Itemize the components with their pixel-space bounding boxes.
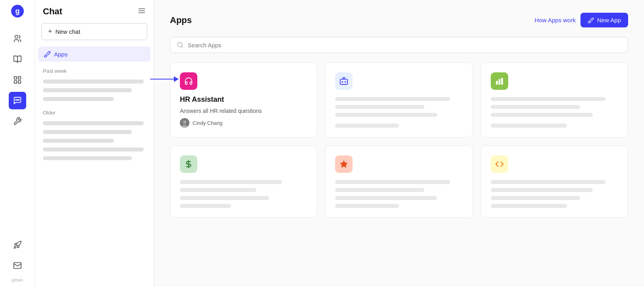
app-card-5[interactable] — [325, 145, 472, 218]
skeleton-item — [43, 156, 132, 160]
skeleton-line — [335, 97, 450, 101]
skeleton-item — [43, 147, 144, 151]
skeleton-line — [491, 204, 567, 208]
svg-point-8 — [15, 99, 16, 100]
skeleton-line — [491, 113, 593, 117]
skeleton-line — [180, 188, 256, 192]
svg-rect-4 — [18, 77, 20, 79]
svg-rect-6 — [18, 81, 20, 83]
svg-rect-18 — [340, 79, 347, 84]
svg-rect-22 — [499, 79, 500, 84]
apps-grid: HR Assistant Answers all HR related ques… — [170, 62, 628, 218]
skeleton-line — [335, 196, 437, 200]
hr-assistant-icon — [180, 72, 197, 90]
hr-assistant-description: Answers all HR related questions — [180, 108, 307, 114]
hamburger-button[interactable] — [138, 7, 146, 16]
skeleton-item — [43, 88, 132, 92]
skeleton-line — [180, 204, 231, 208]
skeleton-line — [335, 124, 399, 128]
icon-rail-bottom: glean — [9, 236, 26, 282]
card3-icon — [491, 72, 508, 90]
arrow-indicator — [150, 76, 179, 82]
card2-icon — [335, 72, 353, 90]
sidebar-title: Chat — [43, 6, 62, 17]
brand-label: glean — [12, 277, 23, 282]
card5-icon — [335, 155, 353, 173]
app-card-3[interactable] — [481, 62, 628, 138]
logo-icon[interactable]: g — [11, 5, 24, 20]
skeleton-line — [180, 180, 282, 184]
app-card-hr-assistant[interactable]: HR Assistant Answers all HR related ques… — [170, 62, 317, 138]
new-chat-button[interactable]: + New chat — [41, 23, 147, 40]
wrench-icon[interactable] — [9, 112, 26, 130]
past-week-label: Past week — [35, 62, 154, 77]
icon-rail: g — [0, 0, 35, 287]
skeleton-line — [335, 105, 424, 109]
search-input[interactable] — [188, 42, 621, 48]
rocket-icon[interactable] — [9, 236, 26, 254]
skeleton-item — [43, 97, 114, 101]
skeleton-line — [491, 124, 567, 128]
people-icon[interactable] — [9, 30, 26, 47]
new-app-label: New App — [597, 17, 621, 23]
author-name: Cindy Chang — [193, 120, 222, 126]
card4-icon — [180, 155, 197, 173]
apps-grid-icon[interactable] — [9, 71, 26, 89]
skeleton-line — [491, 196, 580, 200]
skeleton-line — [491, 97, 605, 101]
svg-rect-5 — [14, 81, 16, 83]
svg-rect-3 — [14, 77, 16, 79]
plus-icon: + — [48, 27, 52, 36]
skeleton-line — [491, 180, 605, 184]
skeleton-line — [491, 188, 593, 192]
skeleton-line — [491, 105, 580, 109]
skeleton-line — [335, 204, 399, 208]
app-card-6[interactable] — [481, 145, 628, 218]
author-avatar — [180, 118, 189, 128]
hr-assistant-name: HR Assistant — [180, 95, 307, 104]
svg-point-16 — [183, 120, 186, 124]
header-actions: How Apps work New App — [535, 13, 628, 27]
svg-rect-10 — [13, 263, 21, 269]
skeleton-item — [43, 80, 144, 83]
skeleton-line — [335, 188, 424, 192]
sidebar: Chat + New chat Apps Past week Older — [35, 0, 154, 287]
mail-icon[interactable] — [9, 257, 26, 274]
how-apps-work-link[interactable]: How Apps work — [535, 17, 576, 23]
skeleton-line — [335, 113, 437, 117]
svg-point-9 — [18, 99, 19, 100]
arrow-head — [174, 76, 179, 82]
main-content: Apps How Apps work New App — [154, 0, 644, 287]
page-title: Apps — [170, 15, 192, 25]
main-header: Apps How Apps work New App — [170, 13, 628, 27]
skeleton-item — [43, 130, 132, 134]
svg-point-19 — [342, 81, 343, 82]
skeleton-item — [43, 139, 114, 143]
skeleton-line — [335, 180, 450, 184]
assistant-bubble-icon[interactable] — [9, 92, 26, 109]
older-label: Older — [35, 103, 154, 119]
hr-assistant-author: Cindy Chang — [180, 118, 307, 128]
skeleton-item — [43, 121, 144, 125]
arrow-line — [150, 79, 174, 80]
svg-rect-23 — [501, 78, 503, 85]
new-chat-label: New chat — [56, 28, 81, 35]
svg-rect-21 — [496, 81, 497, 84]
svg-text:g: g — [15, 7, 19, 15]
skeleton-line — [180, 196, 269, 200]
card6-icon — [491, 155, 508, 173]
sidebar-header: Chat — [35, 6, 154, 23]
search-bar[interactable] — [170, 37, 628, 53]
svg-marker-25 — [340, 161, 347, 167]
apps-nav-label: Apps — [54, 51, 67, 58]
app-card-4[interactable] — [170, 145, 317, 218]
svg-point-7 — [17, 99, 18, 100]
svg-point-2 — [15, 35, 17, 38]
book-icon[interactable] — [9, 50, 26, 68]
search-icon — [177, 41, 184, 48]
svg-point-20 — [345, 81, 346, 82]
app-card-2[interactable] — [325, 62, 472, 138]
apps-nav-item[interactable]: Apps — [38, 47, 150, 62]
new-app-button[interactable]: New App — [580, 13, 628, 27]
